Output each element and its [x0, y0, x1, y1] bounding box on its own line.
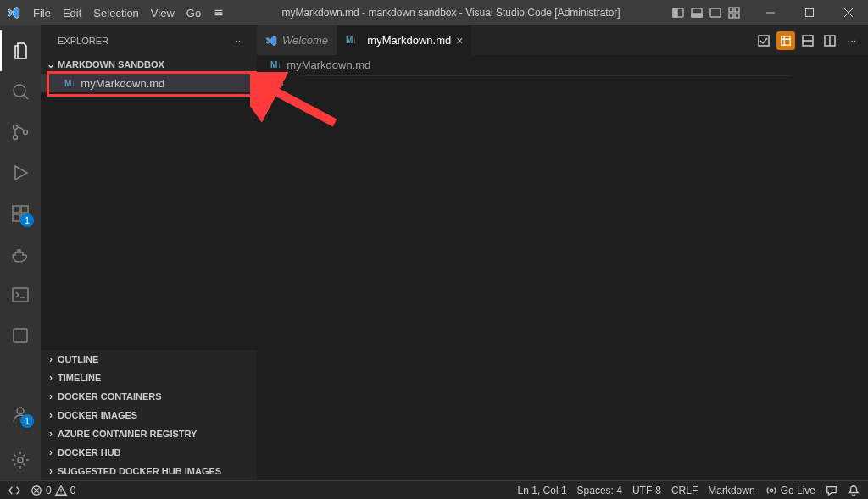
status-language[interactable]: Markdown: [703, 485, 760, 496]
tab-mymarkdown[interactable]: M↓ myMarkdown.md ×: [337, 25, 473, 55]
workspace-name: MARKDOWN SANDBOX: [58, 59, 164, 69]
menu-go[interactable]: Go: [181, 0, 207, 25]
editor-area: Welcome M↓ myMarkdown.md × ··· M↓ myMark…: [257, 25, 868, 480]
chevron-right-icon: ›: [44, 446, 58, 458]
svg-rect-18: [21, 206, 28, 213]
file-tree: M↓ myMarkdown.md: [41, 74, 257, 350]
activity-bar: 1 1: [0, 25, 41, 480]
menu-selection[interactable]: Selection: [87, 0, 144, 25]
window-minimize-button[interactable]: [751, 0, 790, 25]
panel-label: TIMELINE: [58, 373, 101, 383]
layout-toggle-bottom-icon[interactable]: [690, 6, 704, 19]
status-feedback-icon[interactable]: [821, 485, 843, 496]
golive-label: Go Live: [781, 485, 815, 496]
split-editor-alt-icon[interactable]: [798, 31, 817, 50]
panel-docker-images[interactable]: ›DOCKER IMAGES: [41, 406, 257, 424]
window-title: myMarkdown.md - markdown sandbox - Visua…: [231, 7, 671, 19]
window-maximize-button[interactable]: [790, 0, 829, 25]
tabs-actions: ···: [754, 25, 868, 55]
error-icon: [31, 485, 42, 496]
tab-welcome[interactable]: Welcome: [257, 25, 337, 55]
warning-count: 0: [70, 485, 76, 496]
status-ln-col[interactable]: Ln 1, Col 1: [513, 485, 572, 496]
status-spaces[interactable]: Spaces: 4: [572, 485, 627, 496]
status-encoding[interactable]: UTF-8: [627, 485, 666, 496]
activity-run-debug-icon[interactable]: [0, 152, 41, 193]
window-close-button[interactable]: [829, 0, 868, 25]
panel-timeline[interactable]: ›TIMELINE: [41, 369, 257, 387]
workspace-section-header[interactable]: ⌄ MARKDOWN SANDBOX: [41, 55, 257, 74]
layout-toggle-left-icon[interactable]: [671, 6, 685, 19]
layout-customize-icon[interactable]: [727, 6, 741, 19]
explorer-title: EXPLORER: [58, 36, 108, 46]
warning-icon: [55, 485, 67, 496]
sidebar-explorer: EXPLORER ··· ⌄ MARKDOWN SANDBOX M↓ myMar…: [41, 25, 257, 480]
activity-search-icon[interactable]: [0, 71, 41, 112]
panel-label: AZURE CONTAINER REGISTRY: [58, 429, 197, 439]
activity-accounts-icon[interactable]: 1: [0, 394, 41, 435]
activity-source-control-icon[interactable]: [0, 112, 41, 152]
status-eol[interactable]: CRLF: [666, 485, 703, 496]
status-remote-icon[interactable]: [3, 485, 25, 496]
layout-controls: [671, 6, 741, 19]
activity-docker-icon[interactable]: [0, 234, 41, 274]
editor-more-icon[interactable]: ···: [843, 31, 861, 50]
panel-docker-hub[interactable]: ›DOCKER HUB: [41, 443, 257, 462]
file-name: myMarkdown.md: [81, 77, 164, 90]
vscode-logo-icon: [7, 6, 27, 19]
vscode-tab-icon: [265, 35, 277, 47]
panel-label: DOCKER IMAGES: [58, 410, 137, 420]
panel-label: DOCKER HUB: [58, 447, 121, 457]
svg-rect-19: [13, 288, 28, 302]
menu-bar: File Edit Selection View Go: [27, 0, 231, 25]
menu-file[interactable]: File: [27, 0, 57, 25]
chevron-right-icon: ›: [44, 428, 58, 440]
svg-rect-1: [673, 8, 677, 17]
menu-more-icon[interactable]: [207, 0, 231, 25]
status-golive[interactable]: Go Live: [760, 485, 821, 496]
panel-docker-containers[interactable]: ›DOCKER CONTAINERS: [41, 387, 257, 406]
activity-explorer-icon[interactable]: [0, 30, 41, 71]
status-bar: 0 0 Ln 1, Col 1 Spaces: 4 UTF-8 CRLF Mar…: [0, 480, 868, 499]
activity-terminal-icon[interactable]: [0, 274, 41, 315]
explorer-more-icon[interactable]: ···: [236, 36, 243, 46]
svg-rect-8: [729, 14, 733, 18]
menu-view[interactable]: View: [145, 0, 181, 25]
panel-azure-registry[interactable]: ›AZURE CONTAINER REGISTRY: [41, 424, 257, 443]
breadcrumb[interactable]: M↓ myMarkdown.md: [257, 55, 868, 74]
explorer-header: EXPLORER ···: [41, 25, 257, 55]
chevron-down-icon: ⌄: [44, 58, 58, 70]
accounts-badge: 1: [20, 414, 34, 428]
line-number: 1: [257, 75, 286, 89]
activity-settings-icon[interactable]: [0, 440, 41, 480]
open-preview-side-icon[interactable]: [754, 31, 773, 50]
svg-rect-6: [729, 8, 733, 12]
svg-rect-20: [14, 329, 27, 342]
tab-close-icon[interactable]: ×: [456, 34, 463, 47]
panel-outline[interactable]: ›OUTLINE: [41, 350, 257, 369]
svg-rect-24: [782, 36, 791, 45]
error-count: 0: [46, 485, 52, 496]
markdown-file-icon: M↓: [270, 60, 281, 69]
status-bell-icon[interactable]: [843, 485, 865, 496]
activity-todo-icon[interactable]: [0, 315, 41, 356]
collapsed-panels: ›OUTLINE ›TIMELINE ›DOCKER CONTAINERS ›D…: [41, 350, 257, 480]
breadcrumb-file: myMarkdown.md: [287, 58, 370, 71]
panel-suggested-docker-hub[interactable]: ›SUGGESTED DOCKER HUB IMAGES: [41, 462, 257, 480]
editor-content[interactable]: 1: [257, 74, 868, 480]
code-line[interactable]: [299, 75, 792, 91]
layout-toggle-right-icon[interactable]: [709, 6, 722, 19]
svg-point-13: [14, 136, 18, 140]
menu-edit[interactable]: Edit: [57, 0, 87, 25]
code-area[interactable]: [299, 74, 868, 480]
chevron-right-icon: ›: [44, 465, 58, 477]
tab-label: myMarkdown.md: [367, 34, 451, 47]
file-tree-item[interactable]: M↓ myMarkdown.md: [41, 74, 257, 92]
panel-label: DOCKER CONTAINERS: [58, 391, 162, 402]
status-problems[interactable]: 0 0: [25, 485, 81, 496]
panel-label: SUGGESTED DOCKER HUB IMAGES: [58, 466, 221, 476]
editor-action-orange-icon[interactable]: [776, 31, 795, 50]
split-editor-icon[interactable]: [821, 31, 839, 50]
activity-extensions-icon[interactable]: 1: [0, 193, 41, 234]
svg-point-21: [17, 408, 24, 414]
